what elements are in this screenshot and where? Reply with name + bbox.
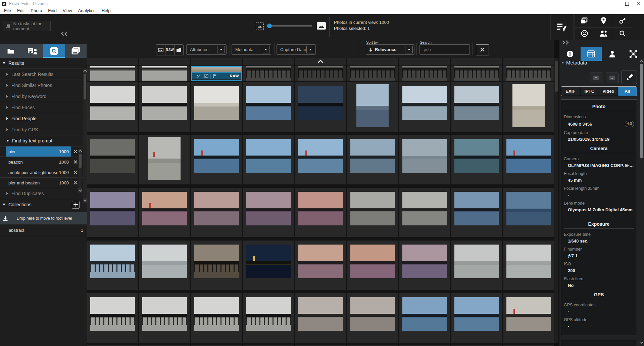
text-prompt-beacon[interactable]: beacon1000	[0, 157, 83, 167]
photo-cell[interactable]	[451, 66, 502, 81]
add-collection-button[interactable]	[72, 201, 80, 209]
chevron-down-icon[interactable]	[217, 46, 225, 53]
photo-cell[interactable]	[451, 135, 502, 184]
photo-cell[interactable]	[191, 293, 242, 343]
photo-cell[interactable]	[87, 82, 138, 132]
photo-thumbnail[interactable]	[142, 245, 187, 278]
chevron-down-icon[interactable]	[262, 46, 269, 53]
photo-cell[interactable]	[503, 66, 554, 81]
photo-cell[interactable]	[347, 345, 398, 346]
photo-thumbnail[interactable]	[506, 192, 551, 225]
photo-cell[interactable]	[295, 66, 346, 81]
photo-thumbnail[interactable]	[454, 192, 499, 225]
text-prompt-pier-and-beakon[interactable]: pier and beakon1000	[0, 178, 83, 188]
menu-item-analytics[interactable]: Analytics	[75, 8, 99, 13]
photo-cell[interactable]	[139, 345, 190, 346]
sidebar-item-results[interactable]: Results	[0, 58, 83, 69]
photo-thumbnail[interactable]	[148, 137, 181, 180]
photo-cell[interactable]	[87, 135, 138, 184]
photo-cell[interactable]	[295, 188, 346, 237]
photo-cell[interactable]	[503, 135, 554, 184]
photo-thumbnail[interactable]	[350, 192, 395, 225]
photo-cell[interactable]	[451, 293, 502, 343]
photo-thumbnail[interactable]	[454, 86, 499, 120]
photo-thumbnail[interactable]	[194, 245, 239, 278]
photo-thumbnail[interactable]	[350, 66, 395, 81]
grid-scrollbar[interactable]	[554, 58, 558, 343]
expand-arrow-icon[interactable]	[6, 95, 8, 98]
photo-cell[interactable]	[399, 66, 450, 81]
photo-cell[interactable]	[451, 188, 502, 237]
sidebar-item-find-faces[interactable]: Find Faces	[0, 102, 83, 113]
menu-item-find[interactable]: Find	[45, 8, 59, 13]
photo-cell[interactable]	[347, 241, 398, 290]
rating-square-icon[interactable]	[202, 74, 211, 79]
photo-cell[interactable]	[347, 188, 398, 237]
filter-video-button[interactable]	[174, 45, 183, 55]
collapse-arrow-icon[interactable]	[3, 204, 5, 206]
photo-cell[interactable]	[347, 66, 398, 81]
photo-cell[interactable]	[87, 345, 138, 346]
photo-cell[interactable]	[399, 135, 450, 184]
photo-cell[interactable]	[191, 345, 242, 346]
photo-cell[interactable]	[295, 135, 346, 184]
metadata-tab-all[interactable]: All	[618, 87, 637, 96]
photo-cell[interactable]	[347, 135, 398, 184]
face-icon[interactable]	[575, 27, 594, 40]
photo-thumbnail[interactable]	[506, 245, 551, 278]
maximize-button[interactable]	[621, 0, 633, 7]
expand-arrow-icon[interactable]	[6, 73, 8, 76]
photo-thumbnail[interactable]	[402, 86, 447, 120]
photo-cell[interactable]	[243, 66, 294, 81]
collapse-arrow-icon[interactable]	[6, 140, 9, 142]
photo-thumbnail[interactable]	[402, 66, 447, 81]
photo-thumbnail[interactable]	[142, 192, 187, 225]
photo-thumbnail[interactable]	[90, 192, 135, 225]
photo-cell[interactable]	[191, 82, 242, 132]
thumbnail-size-slider[interactable]	[266, 25, 312, 27]
people-icon[interactable]	[594, 27, 613, 40]
thumbnail-size-large-icon[interactable]	[317, 22, 326, 30]
photo-cell[interactable]	[347, 293, 398, 343]
photo-thumbnail[interactable]	[142, 297, 187, 331]
photo-thumbnail[interactable]	[246, 139, 291, 173]
collapse-grid-row-icon[interactable]	[318, 60, 324, 66]
photo-cell[interactable]	[139, 135, 190, 184]
photo-cell[interactable]	[399, 345, 450, 346]
thumbnail-size-small-icon[interactable]	[256, 23, 264, 30]
photo-thumbnail[interactable]	[194, 139, 239, 173]
photo-thumbnail[interactable]	[246, 192, 291, 225]
panel-tab-metadata[interactable]	[581, 47, 602, 61]
photo-cell[interactable]	[295, 241, 346, 290]
menu-item-edit[interactable]: Edit	[14, 8, 28, 13]
filter-dropdown-capture-date[interactable]: Capture Date	[277, 44, 316, 55]
photo-thumbnail[interactable]	[298, 86, 343, 120]
photo-cell[interactable]	[87, 293, 138, 343]
tree-scrollbar[interactable]	[83, 69, 87, 203]
chevron-down-icon[interactable]	[306, 46, 314, 53]
photo-thumbnail[interactable]	[194, 86, 239, 120]
collection-item-abstract[interactable]: abstract1	[0, 224, 87, 236]
photo-thumbnail[interactable]	[90, 297, 135, 331]
photo-cell[interactable]	[243, 82, 294, 132]
panel-scrollbar-thumb[interactable]	[640, 64, 643, 158]
sort-dropdown[interactable]: Relevance	[366, 44, 414, 55]
photo-thumbnail[interactable]	[192, 67, 241, 72]
photo-cell[interactable]	[191, 188, 242, 237]
tab-search-results[interactable]	[43, 44, 65, 58]
photo-cell[interactable]	[399, 82, 450, 132]
collapse-arrow-icon[interactable]	[3, 62, 5, 64]
collapse-sidebar-icon[interactable]	[62, 32, 68, 35]
map-pin-icon[interactable]	[594, 14, 613, 27]
expand-arrow-icon[interactable]	[6, 106, 8, 109]
sidebar-item-find-duplicates[interactable]: Find Duplicates	[0, 188, 83, 199]
sidebar-item-find-by-text-prompt[interactable]: Find by text prompt	[0, 135, 83, 146]
photo-cell[interactable]	[295, 345, 346, 346]
panel-tab-info[interactable]	[559, 47, 581, 61]
photo-thumbnail[interactable]	[142, 86, 187, 120]
batch-copies-icon[interactable]	[575, 14, 594, 27]
sidebar-item-find-by-keyword[interactable]: Find by Keyword	[0, 91, 83, 102]
metadata-tab-exif[interactable]: EXIF	[561, 87, 580, 96]
photo-cell[interactable]	[451, 82, 502, 132]
photo-cell[interactable]	[503, 188, 554, 237]
